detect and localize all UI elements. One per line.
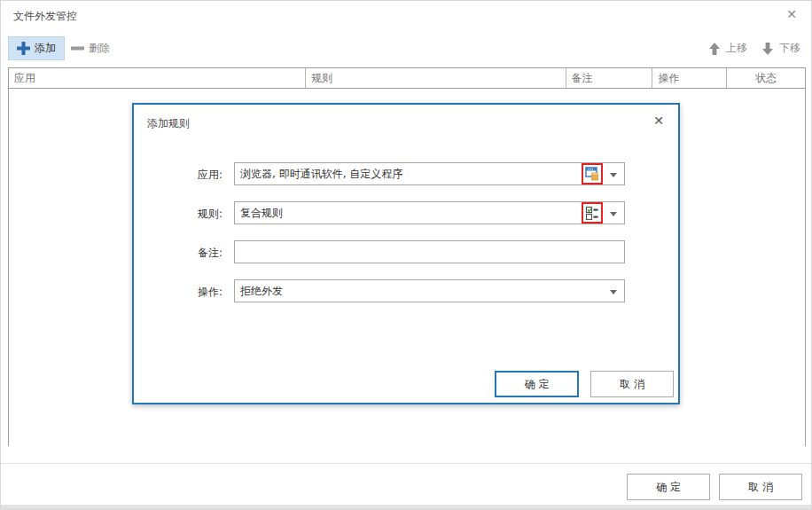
column-header-status[interactable]: 状态 bbox=[726, 68, 805, 88]
column-header-op[interactable]: 操作 bbox=[652, 68, 726, 88]
delete-button[interactable]: 删除 bbox=[63, 36, 118, 60]
main-cancel-label: 取 消 bbox=[748, 480, 773, 495]
app-field-label: 应用: bbox=[134, 168, 223, 183]
add-rule-dialog: 添加规则 ✕ 应用: 浏览器, 即时通讯软件, 自定义程序 规则: 复合规则 bbox=[132, 103, 680, 404]
move-down-label: 下移 bbox=[779, 41, 800, 56]
column-header-app[interactable]: 应用 bbox=[9, 68, 305, 88]
move-up-label: 上移 bbox=[726, 41, 747, 56]
plus-icon bbox=[17, 42, 30, 55]
arrow-up-icon bbox=[707, 42, 722, 56]
delete-button-label: 删除 bbox=[89, 41, 110, 56]
minus-icon bbox=[71, 42, 84, 55]
app-combobox-value: 浏览器, 即时通讯软件, 自定义程序 bbox=[240, 167, 582, 182]
field-row-app: 应用: 浏览器, 即时通讯软件, 自定义程序 bbox=[134, 162, 678, 185]
window-bottom-edge bbox=[1, 505, 811, 509]
dialog-close-icon[interactable]: ✕ bbox=[653, 114, 664, 128]
rule-dropdown-caret-icon[interactable] bbox=[610, 212, 617, 216]
dialog-title: 添加规则 bbox=[147, 116, 190, 131]
main-cancel-button[interactable]: 取 消 bbox=[719, 474, 802, 500]
app-dropdown-caret-icon[interactable] bbox=[610, 173, 617, 177]
dialog-ok-button[interactable]: 确 定 bbox=[495, 371, 579, 397]
action-dropdown-caret-icon[interactable] bbox=[610, 290, 617, 294]
action-combobox-value: 拒绝外发 bbox=[240, 284, 608, 299]
action-combobox[interactable]: 拒绝外发 bbox=[234, 279, 625, 302]
field-row-rule: 规则: 复合规则 bbox=[134, 201, 678, 224]
dialog-ok-label: 确 定 bbox=[525, 377, 550, 392]
window-title: 文件外发管控 bbox=[13, 9, 77, 24]
rule-combobox[interactable]: 复合规则 bbox=[234, 201, 625, 224]
note-input-box bbox=[234, 240, 625, 263]
rule-combobox-value: 复合规则 bbox=[240, 206, 582, 221]
note-field-label: 备注: bbox=[134, 246, 223, 261]
arrow-down-icon bbox=[761, 42, 775, 56]
add-button[interactable]: 添加 bbox=[8, 36, 65, 60]
move-up-button[interactable]: 上移 bbox=[704, 36, 751, 60]
dialog-cancel-button[interactable]: 取 消 bbox=[590, 371, 674, 397]
field-row-note: 备注: bbox=[134, 240, 678, 263]
file-outgoing-control-window: { "window": { "title": "文件外发管控", "close_… bbox=[0, 0, 812, 510]
app-window-icon[interactable] bbox=[582, 163, 603, 184]
column-header-note[interactable]: 备注 bbox=[566, 68, 652, 88]
toolbar: 添加 删除 上移 下移 bbox=[1, 35, 811, 63]
window-close-icon[interactable]: ✕ bbox=[786, 7, 797, 21]
main-ok-label: 确 定 bbox=[656, 480, 681, 495]
table-header-row: 应用 规则 备注 操作 状态 bbox=[9, 68, 805, 89]
add-button-label: 添加 bbox=[35, 41, 56, 56]
field-row-action: 操作: 拒绝外发 bbox=[134, 279, 678, 302]
rule-checklist-icon[interactable] bbox=[582, 202, 603, 224]
dialog-cancel-label: 取 消 bbox=[620, 377, 644, 392]
main-ok-button[interactable]: 确 定 bbox=[627, 474, 710, 500]
rule-field-label: 规则: bbox=[134, 207, 223, 222]
title-bar: 文件外发管控 ✕ bbox=[1, 1, 811, 29]
app-combobox[interactable]: 浏览器, 即时通讯软件, 自定义程序 bbox=[234, 162, 625, 185]
note-input[interactable] bbox=[240, 242, 619, 262]
move-down-button[interactable]: 下移 bbox=[757, 36, 804, 60]
column-header-rule[interactable]: 规则 bbox=[305, 68, 565, 88]
footer-divider bbox=[1, 463, 811, 464]
action-field-label: 操作: bbox=[134, 285, 223, 300]
